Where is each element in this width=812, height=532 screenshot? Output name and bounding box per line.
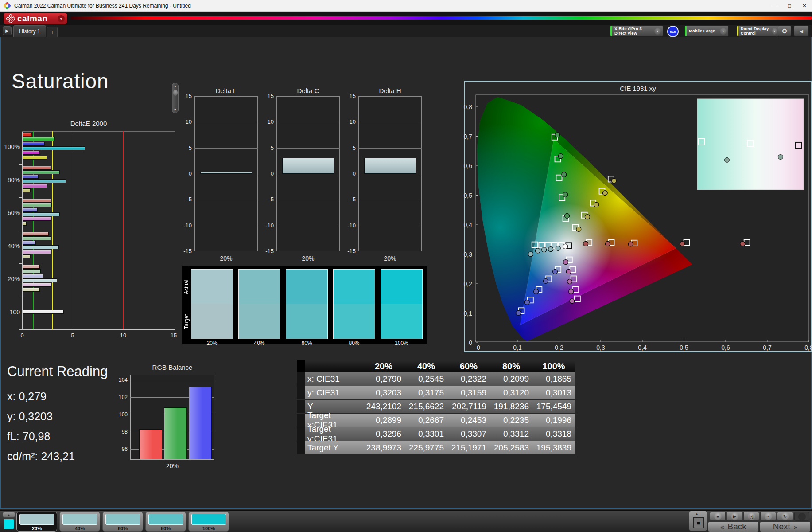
table-cell: 0,2235 <box>490 414 529 427</box>
delta-gridline <box>358 148 422 149</box>
calman-window: Calman 2022 Calman Ultimate for Business… <box>0 0 812 532</box>
table-row-label: Target y:CIE31 <box>307 427 362 441</box>
chevron-down-icon[interactable]: ▼ <box>772 28 777 35</box>
deltae-bar <box>23 170 60 174</box>
table-cell: 0,3013 <box>532 386 571 399</box>
calman-menu-button[interactable]: calman ▼ <box>4 13 67 24</box>
workspace: Saturation CIE 1931 xy 0,80,70,60,50,40,… <box>0 37 812 509</box>
deltae-group-label: 100% <box>1 143 20 150</box>
rgb-y-tick-label: 96 <box>113 446 128 452</box>
transport-stop-button[interactable]: ■ <box>710 512 726 521</box>
current-reading-value: fL: 70,98 <box>7 430 50 443</box>
close-button[interactable]: ✕ <box>797 0 812 12</box>
pattern-window-up-icon[interactable]: ▲ <box>695 512 699 516</box>
cie-y-tick-label: 0,2 <box>464 280 473 287</box>
deltae-y-axis <box>22 131 23 329</box>
deltae-bar <box>23 236 51 240</box>
rgb-bar-red <box>139 429 162 459</box>
deltae-x-tick-label: 0 <box>17 332 27 339</box>
rgb-y-tick-label: 102 <box>113 394 128 400</box>
table-cell: 195,3839 <box>532 441 571 454</box>
cie-y-tick-label: 0,1 <box>464 310 473 317</box>
table-cell: 0,3159 <box>447 386 486 399</box>
deltae-bar <box>23 142 45 146</box>
pattern-button-80%[interactable]: 80% <box>145 512 186 532</box>
deltae-bar <box>23 278 57 282</box>
red-measured <box>680 241 685 246</box>
table-cell: 0,3120 <box>490 386 529 399</box>
table-cell: 0,1996 <box>532 414 571 427</box>
delta-gridline <box>194 174 258 174</box>
pattern-button-60%[interactable]: 60% <box>102 512 143 532</box>
app-logo-icon <box>4 2 11 9</box>
green-measured <box>563 192 568 197</box>
device-select-mobile-forge[interactable]: Mobile Forge▼ <box>684 25 729 37</box>
table-row-grip <box>297 386 305 399</box>
table-cell: 0,2453 <box>447 414 486 427</box>
device-select-label: Direct Display Control <box>741 27 772 35</box>
calman-logo-icon <box>6 14 15 23</box>
delta-y-tick-label: 0 <box>176 170 192 177</box>
comparison-swatch <box>191 269 233 339</box>
delta-y-tick-label: -15 <box>340 248 356 254</box>
swatch-actual-half <box>286 270 327 304</box>
table-cell: 202,7119 <box>447 400 486 413</box>
calman-dropdown-icon[interactable]: ▼ <box>58 15 65 22</box>
cie-plot: 0,80,70,60,50,40,30,20,1000,10,20,30,40,… <box>476 95 809 342</box>
delta-chart-title: Delta H <box>358 87 422 94</box>
cyan-measured <box>535 248 540 253</box>
pattern-list-up-button[interactable]: ▲ <box>3 512 15 518</box>
cie-x-tick-label: 0,5 <box>680 344 688 351</box>
yellow-measured <box>585 215 590 219</box>
collapse-panel-button[interactable]: ◀ <box>794 25 809 37</box>
current-reading-value: x: 0,279 <box>7 390 47 403</box>
pattern-button-20%[interactable]: 20% <box>16 512 57 532</box>
deltae-bar <box>23 184 47 188</box>
pattern-window-button[interactable]: ■ <box>693 517 704 528</box>
pattern-button-swatch <box>19 514 54 525</box>
chevron-down-icon[interactable]: ▼ <box>654 28 661 35</box>
green-measured <box>558 154 563 159</box>
transport-play-button[interactable]: ▶ <box>727 512 742 521</box>
table-cell: 0,2545 <box>405 372 444 386</box>
history-expand-button[interactable]: ▶ <box>3 26 12 35</box>
transport-disabled-slot <box>794 512 809 521</box>
delta-chart-title: Delta C <box>276 87 340 94</box>
delta-bar <box>200 172 252 174</box>
swatch-actual-half <box>334 270 375 304</box>
delta-y-tick-label: 0 <box>340 170 356 177</box>
pattern-button-100%[interactable]: 100% <box>188 512 229 532</box>
tab-add-button[interactable]: + <box>47 27 58 37</box>
cyan-measured <box>528 252 533 257</box>
transport-read-continuous-button[interactable]: ∞ <box>760 512 776 521</box>
deltae-group-label: 100 <box>1 309 20 316</box>
settings-gear-button[interactable]: ⚙ <box>778 25 791 37</box>
swatch-caption: 100% <box>381 340 423 346</box>
device-select-x-rite-i1pro-3[interactable]: X-Rite i1Pro 3Direct View▼ <box>610 25 663 37</box>
tab-history-1[interactable]: History 1 <box>13 25 46 37</box>
deltae-axis-tick <box>19 164 22 165</box>
deltae-group-label: 80% <box>1 176 20 184</box>
chevron-down-icon[interactable]: ▼ <box>720 28 727 35</box>
cie-x-tick-label: 0 <box>477 344 480 351</box>
delta-y-tick-label: -10 <box>258 222 274 229</box>
minimize-button[interactable]: — <box>767 0 782 12</box>
pattern-button-40%[interactable]: 40% <box>59 512 100 532</box>
table-cell: 205,2583 <box>490 441 529 454</box>
deltae-bar <box>23 156 47 160</box>
pattern-window-panel: ▲ ■ <box>689 511 707 531</box>
maximize-button[interactable]: □ <box>782 0 797 12</box>
scroll-up-icon[interactable]: ▲ <box>173 84 178 89</box>
delta-gridline <box>276 148 340 149</box>
scroll-down-icon[interactable]: ▼ <box>173 107 178 112</box>
transport-read-single-button[interactable]: [•] <box>743 512 759 521</box>
deltae-x-tick-label: 5 <box>67 332 78 339</box>
swatch-actual-half <box>239 270 280 304</box>
yellow-measured <box>612 178 617 183</box>
back-button[interactable]: « Back <box>708 521 759 532</box>
delta-y-tick-label: -5 <box>176 196 192 203</box>
transport-loop-button[interactable]: ↻ <box>777 512 793 521</box>
deltae-x-axis <box>19 329 175 330</box>
next-button[interactable]: Next » <box>760 521 811 532</box>
device-select-direct-display-control[interactable]: Direct Display Control▼ <box>737 25 779 37</box>
